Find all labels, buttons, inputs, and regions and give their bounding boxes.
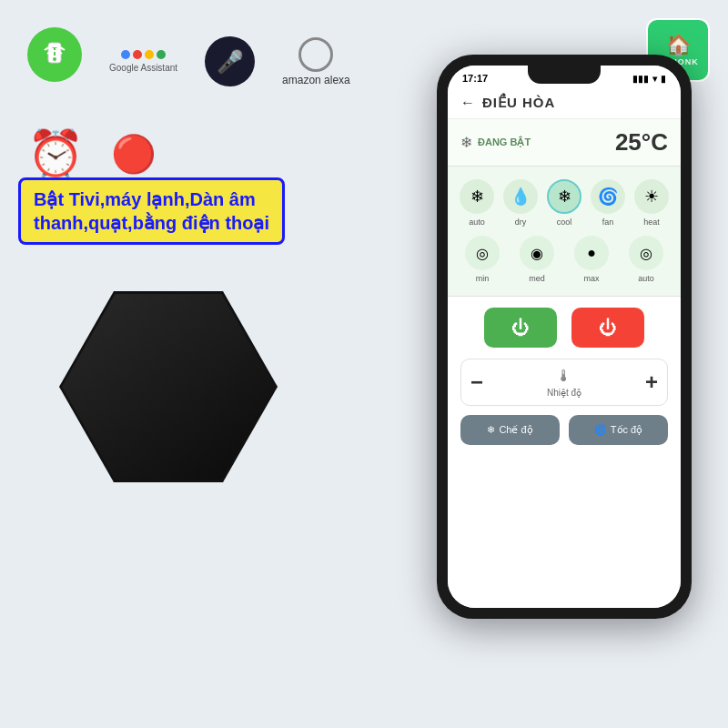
speed-btn-label: Tốc độ	[611, 424, 642, 436]
mic-circle: 🎤	[205, 36, 255, 86]
fan-auto[interactable]: ◎ auto	[621, 236, 672, 283]
mode-dry-icon: 💧	[503, 179, 538, 214]
mode-auto[interactable]: ❄ auto	[457, 179, 497, 227]
fan-max-icon: ●	[574, 236, 609, 270]
mode-auto-icon: ❄	[460, 179, 494, 214]
fan-min-icon: ◎	[465, 236, 500, 270]
power-on-icon: ⏻	[511, 318, 530, 339]
mode-fan-icon: 🌀	[591, 179, 625, 214]
mode-btn-label: Chế độ	[499, 424, 532, 436]
fan-auto-label: auto	[638, 274, 654, 283]
app-title: ĐIỀU HÒA	[482, 95, 555, 111]
back-button[interactable]: ←	[460, 95, 475, 111]
temp-decrease-button[interactable]: −	[470, 369, 483, 395]
google-dots	[121, 50, 166, 59]
phone-frame: 17:17 ▮▮▮ ▾ ▮ ← ĐIỀU HÒA ❄ ĐANG BẬT 25°C	[437, 55, 692, 619]
mode-heat-icon: ☀	[634, 179, 669, 214]
assistant-row: Google Assistant 🎤 amazon alexa	[109, 36, 350, 86]
banner-line2: thanh,quạt,bằng điện thoại	[34, 211, 269, 235]
alexa-label: amazon alexa	[282, 74, 350, 86]
dot-red	[133, 50, 142, 59]
fan-med-icon: ◉	[520, 236, 554, 270]
fan-max[interactable]: ● max	[566, 236, 617, 283]
power-row: ⏻ ⏻	[460, 308, 668, 348]
mode-dry[interactable]: 💧 dry	[500, 179, 541, 227]
power-off-button[interactable]: ⏻	[571, 308, 644, 348]
battery-icon: ▮	[661, 74, 666, 84]
status-time: 17:17	[462, 73, 488, 84]
device-hex-container	[46, 291, 291, 537]
app-header: ← ĐIỀU HÒA	[448, 87, 681, 119]
controls-section: ⏻ ⏻ − 🌡 Nhiệt độ + ❄	[448, 297, 681, 608]
mode-fan[interactable]: 🌀 fan	[588, 179, 628, 227]
dot-yellow	[145, 50, 154, 59]
mode-heat[interactable]: ☀ heat	[632, 179, 672, 227]
mode-fan-label: fan	[602, 217, 614, 227]
temperature-display: 25°C	[615, 128, 668, 157]
fan-med-label: med	[529, 274, 545, 283]
power-on-button[interactable]: ⏻	[484, 308, 557, 348]
mic-icon: 🎤	[217, 49, 244, 75]
ac-icon: ❄	[460, 134, 472, 151]
speed-select-button[interactable]: 🌀 Tốc độ	[569, 415, 668, 445]
status-icons: ▮▮▮ ▾ ▮	[632, 74, 666, 84]
fan-med[interactable]: ◉ med	[511, 236, 562, 283]
fan-min-label: min	[476, 274, 490, 283]
fan-auto-icon: ◎	[629, 236, 663, 270]
hexagon-device	[59, 291, 278, 482]
temp-center: 🌡 Nhiệt độ	[547, 367, 581, 398]
fan-speed-grid: ◎ min ◉ med ● max ◎ auto	[457, 236, 672, 283]
feature-icons-row: ⏰ 🔴	[27, 127, 157, 180]
speed-btn-icon: 🌀	[594, 424, 607, 436]
ac-status-text: ĐANG BẬT	[478, 136, 531, 148]
mode-auto-label: auto	[469, 217, 485, 227]
dot-blue	[121, 50, 130, 59]
modes-section: ❄ auto 💧 dry ❄ cool 🌀	[448, 167, 681, 296]
mode-select-button[interactable]: ❄ Chế độ	[460, 415, 560, 445]
alexa-group: amazon alexa	[282, 37, 350, 86]
mode-cool[interactable]: ❄ cool	[544, 179, 584, 227]
wifi-status-icon: ▾	[652, 74, 657, 84]
alarm-icon: ⏰	[27, 127, 84, 180]
mode-heat-label: heat	[643, 217, 660, 227]
dot-green	[157, 50, 166, 59]
wifi-icon	[39, 39, 70, 70]
power-off-icon: ⏻	[599, 318, 617, 339]
signal-icon: ▮▮▮	[632, 74, 649, 84]
temp-sublabel: Nhiệt độ	[547, 388, 581, 398]
phone-mockup: 17:17 ▮▮▮ ▾ ▮ ← ĐIỀU HÒA ❄ ĐANG BẬT 25°C	[437, 55, 692, 619]
network-icon: 🔴	[111, 133, 157, 176]
mode-cool-icon: ❄	[547, 179, 581, 214]
wifi-badge	[27, 27, 82, 82]
mode-btn-icon: ❄	[487, 424, 495, 436]
banner-line1: Bật Tivi,máy lạnh,Dàn âm	[34, 187, 269, 211]
google-label: Google Assistant	[109, 63, 177, 73]
thermometer-icon: 🌡	[556, 367, 572, 386]
mode-dry-label: dry	[515, 217, 527, 227]
temp-increase-button[interactable]: +	[645, 369, 658, 395]
alexa-ring	[298, 37, 333, 72]
feature-banner: Bật Tivi,máy lạnh,Dàn âm thanh,quạt,bằng…	[18, 177, 285, 245]
mode-speed-row: ❄ Chế độ 🌀 Tốc độ	[460, 415, 668, 445]
temp-control-row: − 🌡 Nhiệt độ +	[460, 359, 668, 406]
fan-max-label: max	[583, 274, 599, 283]
ac-status-bar: ❄ ĐANG BẬT 25°C	[448, 119, 681, 167]
phone-screen: 17:17 ▮▮▮ ▾ ▮ ← ĐIỀU HÒA ❄ ĐANG BẬT 25°C	[448, 66, 681, 608]
phone-notch	[528, 66, 601, 84]
mode-cool-label: cool	[557, 217, 572, 227]
google-assistant-icon: Google Assistant	[109, 50, 177, 73]
modes-grid: ❄ auto 💧 dry ❄ cool 🌀	[457, 179, 672, 227]
svg-point-1	[53, 57, 56, 61]
fan-min[interactable]: ◎ min	[457, 236, 508, 283]
ac-status-left: ❄ ĐANG BẬT	[460, 134, 531, 151]
